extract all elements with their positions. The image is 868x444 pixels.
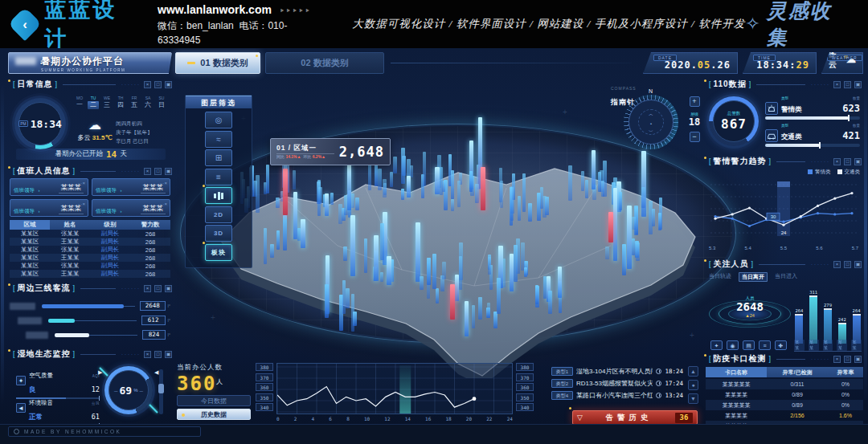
redacted-line-label	[26, 332, 48, 339]
table-row: 某某区张某某副局长268	[10, 246, 170, 254]
tab-data-category-2[interactable]: 02 数据类别	[265, 52, 384, 74]
window-icon[interactable]: □	[154, 168, 162, 175]
gauge-arrow-right[interactable]: ◀	[154, 369, 158, 376]
focus-tool-icon[interactable]: ◉	[727, 340, 739, 350]
layer-button-cctv[interactable]: ◎	[205, 112, 232, 128]
platform-subtitle: SUMMER WORKING PLATFORM	[41, 68, 165, 72]
close-icon[interactable]: ×	[833, 81, 841, 88]
close-icon[interactable]: ×	[833, 158, 841, 165]
tab-data-category-1[interactable]: 01 数据类别	[175, 52, 260, 74]
legend-item: 交通类	[837, 169, 861, 176]
map-bar	[390, 172, 394, 187]
map-bar	[293, 170, 297, 189]
layer-button-list[interactable]: ≡	[205, 169, 232, 185]
weekday-cell[interactable]: TU二	[88, 96, 99, 109]
alert-item[interactable]: 类型4某路口有小汽车连闯三个红灯13:24	[551, 390, 683, 401]
expand-icon[interactable]: ▣	[854, 158, 862, 165]
map-bar	[528, 203, 532, 221]
panel-title: 防疫卡口检测	[714, 353, 767, 365]
duty-leader-card[interactable]: 值班领导 ›···×某某某	[10, 199, 88, 217]
website-link[interactable]: www.lanlanwork.com	[158, 3, 272, 16]
close-icon[interactable]: ×	[144, 168, 151, 175]
cell-value: 0/311	[767, 381, 828, 387]
y-tick: 380	[516, 363, 534, 371]
focus-tool-icon[interactable]: ≡	[759, 340, 771, 350]
map-bar	[436, 288, 440, 303]
leaf-icon: ✦	[16, 376, 26, 385]
map-tooltip: 01 / 区域一 同比 14.1%▲ 环比 6.2%▲ 2,648	[270, 138, 391, 165]
map-bar	[264, 228, 268, 264]
history-data-button[interactable]: 历史数据	[177, 409, 251, 420]
alert-item[interactable]: 类型2RD13-53烟感报警疑似火灾17:24	[551, 378, 683, 389]
bar-category: 某某	[809, 340, 819, 351]
weekday-cell[interactable]: SU日	[156, 96, 167, 109]
cell-name: 某某某某某	[706, 381, 767, 389]
expand-icon[interactable]: ▣	[165, 351, 172, 358]
layer-button-2D[interactable]: 2D	[205, 206, 232, 223]
table-row: 某某区张某某副局长268	[10, 262, 170, 270]
expand-icon[interactable]: ▣	[854, 356, 862, 363]
zoom-in-button[interactable]: +	[690, 96, 700, 107]
compass-widget: COMPASS 指南针 N ︿ • ﹀ + 层级 18 −	[611, 79, 701, 162]
close-icon[interactable]: ×	[144, 81, 151, 88]
window-icon[interactable]: □	[844, 261, 851, 268]
close-icon[interactable]: ×	[144, 351, 151, 358]
arrows-decoration: ‣‣‣‣‣	[280, 6, 312, 15]
panel-wetland-eco: [湿地生态监控]······×□▣ ✦ 空气质量良 AQI12 ◄ 环境噪音正常…	[6, 348, 174, 426]
duty-leader-card[interactable]: 值班领导 ›···×某某某	[92, 199, 170, 217]
duty-leader-card[interactable]: 值班领导 ›···×某某某	[10, 178, 88, 196]
expand-icon[interactable]: ▣	[165, 285, 172, 292]
layer-button-radar[interactable]: ≈	[205, 131, 232, 148]
expand-icon[interactable]: ▣	[165, 168, 172, 175]
focus-tab[interactable]: 当日轨迹	[709, 272, 731, 282]
zoom-out-button[interactable]: −	[690, 132, 700, 142]
alert-scroll-up[interactable]: ▲	[688, 366, 698, 377]
weekday-cell[interactable]: TH四	[115, 96, 126, 109]
weekday-cell[interactable]: WE三	[101, 96, 113, 109]
expand-icon[interactable]: ▣	[854, 261, 862, 268]
inspiration-collect[interactable]: ✧ 灵感收集	[745, 0, 852, 51]
weekday-cell[interactable]: SA六	[142, 96, 154, 109]
expand-icon[interactable]: ▣	[165, 81, 172, 88]
weekday-cell[interactable]: MO一	[74, 96, 85, 109]
window-icon[interactable]: □	[154, 351, 162, 358]
layer-button-3D[interactable]: 3D	[205, 225, 232, 242]
panel-title: 110数据	[714, 79, 747, 90]
table-cell: 副局长	[90, 254, 130, 262]
window-icon[interactable]: □	[844, 158, 851, 165]
duty-leader-card[interactable]: 值班领导 ›···×某某某	[92, 178, 170, 196]
focus-tool-icon[interactable]: ▤	[743, 340, 755, 350]
window-icon[interactable]: □	[154, 285, 162, 292]
map-bar	[510, 187, 514, 221]
clock-icon	[656, 393, 661, 398]
gauge-arrow-left[interactable]: ▶	[98, 369, 102, 376]
layer-button-chart[interactable]	[205, 187, 232, 204]
alert-item[interactable]: 类型1湿地3-104片区有不明人员闯入18:24	[551, 366, 683, 377]
map-bar	[283, 169, 288, 215]
map-bar	[469, 171, 473, 191]
layer-button-grid[interactable]: ⊞	[205, 149, 232, 166]
focus-tab[interactable]: 当日离开	[739, 272, 768, 282]
today-data-button[interactable]: 今日数据	[177, 395, 251, 406]
close-icon[interactable]: ×	[833, 261, 841, 268]
weekday-cell[interactable]: FR五	[129, 96, 140, 109]
layer-button-板块[interactable]: 板块	[205, 244, 232, 261]
compass-ring[interactable]: ︿ • ﹀	[624, 95, 678, 149]
eco-scrollbar[interactable]	[159, 369, 163, 414]
x-tick: 12	[384, 416, 390, 422]
close-icon[interactable]: ×	[144, 285, 151, 292]
alert-scroll-down[interactable]: ▼	[688, 393, 698, 404]
map-bar	[472, 305, 476, 328]
flow-bar	[55, 333, 89, 337]
expand-icon[interactable]: ▣	[854, 81, 862, 88]
alert-scroll-dot[interactable]: ●	[688, 380, 698, 390]
focus-tool-icon[interactable]: ✚	[775, 340, 787, 350]
close-icon[interactable]: ×	[833, 356, 841, 363]
window-icon[interactable]: □	[844, 356, 851, 363]
focus-tool-icon[interactable]: ✦	[710, 340, 723, 350]
clock-icon	[656, 369, 661, 374]
window-icon[interactable]: □	[844, 81, 851, 88]
window-icon[interactable]: □	[154, 81, 162, 88]
panel-focus-persons: [关注人员]······×□▣ 当日轨迹当日离开当日进入 人员 2648 ▲24…	[702, 259, 863, 350]
alarm-history-button[interactable]: ▽ 告警历史 36	[572, 410, 698, 425]
